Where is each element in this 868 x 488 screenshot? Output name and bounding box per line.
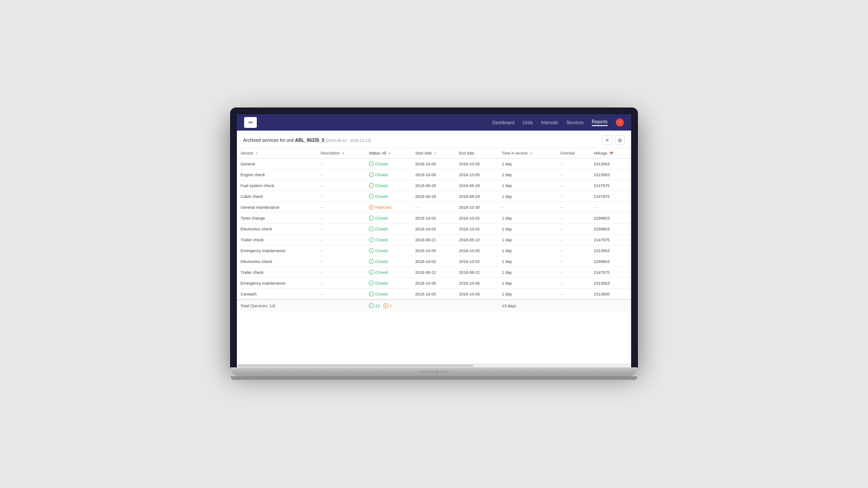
table-row[interactable]: General – ✓Closed 2018-10-05 2018-10-05 …	[237, 159, 631, 169]
status-label: Closed	[375, 238, 388, 242]
cell-mileage: 2313563	[590, 159, 631, 169]
unit-id: ABL_96335_0	[295, 138, 325, 143]
cell-end-date: 2018-10-05	[455, 245, 498, 256]
cell-overdue: –	[557, 245, 590, 256]
cell-time-in-service: 1 day	[498, 235, 557, 245]
col-service[interactable]: Service ⇅	[237, 148, 317, 159]
cell-end-date: 2018-10-05	[455, 289, 498, 300]
col-mileage[interactable]: Mileage 📅	[590, 148, 631, 159]
cell-time-in-service: 1 day	[498, 169, 557, 180]
col-overdue[interactable]: Overdue	[557, 148, 590, 159]
table-row[interactable]: Carwash – ✓Closed 2018-10-05 2018-10-05 …	[237, 289, 631, 300]
col-description[interactable]: Description ▼	[317, 148, 365, 159]
cell-status: ✓Closed	[365, 213, 412, 224]
closed-status-icon: ✓	[369, 270, 374, 275]
table-row[interactable]: Electronics check – ✓Closed 2018-10-02 2…	[237, 224, 631, 235]
table-footer: Total (Services: 14) ✓ 13	[237, 300, 631, 311]
table-row[interactable]: Electronics check – ✓Closed 2018-10-02 2…	[237, 256, 631, 267]
cell-end-date: 2018-10-30	[455, 202, 498, 213]
cell-mileage: –	[590, 202, 631, 213]
cell-end-date: 2018-10-05	[455, 169, 498, 180]
status-label: Closed	[375, 281, 388, 286]
cell-end-date: 2018-08-22	[455, 235, 498, 245]
cell-start-date: 2018-10-05	[411, 289, 455, 300]
table-row[interactable]: Engine check – ✓Closed 2018-10-05 2018-1…	[237, 169, 631, 180]
cell-description: –	[317, 213, 365, 224]
cell-description: –	[317, 267, 365, 278]
table-row[interactable]: General maintenance – ✕Rejected – 2018-1…	[237, 202, 631, 213]
status-cell: ✓Closed	[369, 237, 408, 242]
rejected-status-icon: ✕	[369, 205, 374, 210]
date-range: (2018-06-16 - 2018-11-13)	[326, 138, 371, 143]
status-label: Rejected	[375, 205, 392, 210]
nav-reports[interactable]: Reports	[592, 119, 608, 126]
table-row[interactable]: Cabin check – ✓Closed 2018-08-29 2018-08…	[237, 191, 631, 202]
nav-units[interactable]: Units	[523, 120, 533, 125]
cell-time-in-service: 1 day	[498, 289, 557, 300]
cell-overdue: –	[557, 267, 590, 278]
table-row[interactable]: Emergency maintenance – ✓Closed 2018-10-…	[237, 245, 631, 256]
cell-description: –	[317, 245, 365, 256]
cell-status: ✓Closed	[365, 256, 412, 267]
col-end-date[interactable]: End date ↓	[455, 148, 498, 159]
cell-time-in-service: 1 day	[498, 256, 557, 267]
cell-status: ✓Closed	[365, 224, 412, 235]
cell-mileage: 2147975	[590, 267, 631, 278]
cell-end-date: 2018-10-02	[455, 256, 498, 267]
cell-mileage: 2299803	[590, 224, 631, 235]
cell-service: Carwash	[237, 289, 317, 300]
cell-start-date: 2018-10-05	[411, 278, 455, 289]
cell-start-date: 2018-10-02	[411, 213, 455, 224]
closed-status-icon: ✓	[369, 259, 374, 264]
cell-end-date: 2018-10-02	[455, 224, 498, 235]
table-row[interactable]: Trailer check – ✓Closed 2018-08-21 2018-…	[237, 235, 631, 245]
nav-services[interactable]: Services	[566, 120, 584, 125]
cell-time-in-service: 1 day	[498, 267, 557, 278]
closed-status-icon: ✓	[369, 291, 374, 296]
status-value: All	[382, 151, 386, 155]
col-status[interactable]: Status: All ▼	[365, 148, 412, 159]
screen-bezel: FM Dashboard Units Intervals Services Re…	[231, 108, 637, 367]
notification-bell[interactable]: !	[616, 118, 624, 127]
cell-status: ✓Closed	[365, 289, 412, 300]
cell-start-date: 2018-08-29	[411, 180, 455, 191]
cell-end-date: 2018-08-22	[455, 267, 498, 278]
start-sort-icon: ⇅	[434, 152, 437, 155]
nav-dashboard[interactable]: Dashboard	[492, 120, 514, 125]
table-row[interactable]: Fuel system check – ✓Closed 2018-08-29 2…	[237, 180, 631, 191]
status-label: Closed	[375, 183, 388, 188]
cell-overdue: –	[557, 213, 590, 224]
nav-intervals[interactable]: Intervals	[541, 120, 558, 125]
services-table: Service ⇅ Description ▼ Status: All	[237, 148, 631, 311]
cell-overdue: –	[557, 202, 590, 213]
end-sort-icon: ↓	[476, 152, 478, 155]
cell-status: ✓Closed	[365, 267, 412, 278]
cell-overdue: –	[557, 235, 590, 245]
cell-start-date: 2018-10-05	[411, 169, 455, 180]
cell-service: Trailer check	[237, 267, 317, 278]
table-row[interactable]: Trailer check – ✓Closed 2018-08-21 2018-…	[237, 267, 631, 278]
status-filter-icon: ▼	[388, 152, 391, 155]
status-cell: ✓Closed	[369, 161, 408, 166]
status-cell: ✕Rejected	[369, 205, 408, 210]
status-cell: ✓Closed	[369, 172, 408, 177]
export-button[interactable]: ⊞	[615, 135, 625, 145]
page-title: Archived services for unit ABL_96335_0 (…	[243, 138, 371, 143]
status-cell: ✓Closed	[369, 248, 408, 253]
cell-overdue: –	[557, 224, 590, 235]
closed-status-icon: ✓	[369, 237, 374, 242]
page-actions: ✕ ⊞	[602, 135, 625, 145]
cell-time-in-service: 1 day	[498, 191, 557, 202]
status-cell: ✓Closed	[369, 216, 408, 221]
cell-description: –	[317, 278, 365, 289]
sort-icon: ⇅	[255, 152, 258, 155]
col-start-date[interactable]: Start date ⇅	[411, 148, 455, 159]
table-row[interactable]: Tyres change – ✓Closed 2018-10-02 2018-1…	[237, 213, 631, 224]
table-row[interactable]: Emergency maintenance – ✓Closed 2018-10-…	[237, 278, 631, 289]
close-button[interactable]: ✕	[602, 135, 612, 145]
scrollbar-thumb[interactable]	[238, 365, 473, 367]
col-time-in-service[interactable]: Time in service ▼	[498, 148, 557, 159]
horizontal-scrollbar[interactable]	[237, 364, 631, 367]
table-container[interactable]: Service ⇅ Description ▼ Status: All	[237, 148, 631, 364]
cell-time-in-service: 1 day	[498, 213, 557, 224]
